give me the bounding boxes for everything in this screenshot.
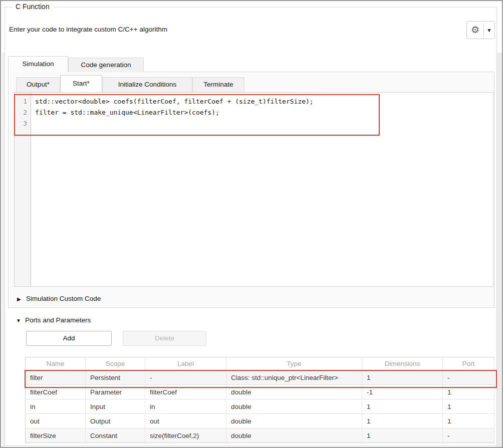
code-area[interactable]: std::vector<double> coefs(filterCoef, fi… <box>31 93 493 286</box>
table-row-filtercoef[interactable]: filterCoef Parameter filterCoef double -… <box>26 385 494 399</box>
line-number: 3 <box>15 118 31 129</box>
cell-type[interactable]: Class: std::unique_ptr<LinearFilter> <box>226 370 362 385</box>
cell-type[interactable]: double <box>226 399 362 414</box>
cell-dimensions[interactable]: 1 <box>362 399 443 414</box>
section-label: Ports and Parameters <box>25 316 91 324</box>
tab-output[interactable]: Output* <box>16 77 60 92</box>
cell-port[interactable]: 1 <box>443 385 494 399</box>
table-row-filtersize[interactable]: filterSize Constant size(filterCoef,2) d… <box>26 428 494 443</box>
cell-scope[interactable]: Output <box>86 414 145 428</box>
cell-name[interactable]: filterSize <box>26 428 86 443</box>
column-header-name[interactable]: Name <box>26 357 86 370</box>
delete-button[interactable]: Delete <box>123 331 206 346</box>
cell-type[interactable]: double <box>226 385 362 399</box>
column-header-port[interactable]: Port <box>443 357 494 370</box>
cell-name[interactable]: filter <box>26 370 86 385</box>
groupbox-title: C Function <box>12 3 53 11</box>
cell-port[interactable]: - <box>443 370 494 385</box>
gear-icon[interactable]: ⚙ <box>467 22 483 39</box>
cell-type[interactable]: double <box>226 414 362 428</box>
section-simulation-custom-code[interactable]: ▶Simulation Custom Code <box>17 295 101 302</box>
table-row-in[interactable]: in Input in double 1 1 <box>26 399 494 414</box>
code-editor[interactable]: 1 2 3 std::vector<double> coefs(filterCo… <box>14 92 493 287</box>
cell-dimensions[interactable]: 1 <box>362 414 443 428</box>
cell-label[interactable]: size(filterCoef,2) <box>145 428 226 443</box>
section-label: Simulation Custom Code <box>26 295 101 302</box>
cell-dimensions[interactable]: -1 <box>362 385 443 399</box>
cell-scope[interactable]: Input <box>86 399 145 414</box>
add-button[interactable]: Add <box>26 331 112 346</box>
cell-dimensions[interactable]: 1 <box>362 428 443 443</box>
line-number-gutter: 1 2 3 <box>15 93 31 286</box>
scrollbar-track[interactable] <box>496 53 503 448</box>
column-header-scope[interactable]: Scope <box>86 357 145 370</box>
line-number: 1 <box>15 96 31 107</box>
table-row-out[interactable]: out Output out double 1 1 <box>26 414 494 428</box>
cell-type[interactable]: double <box>226 428 362 443</box>
tab-initialize-conditions[interactable]: Initialize Conditions <box>102 77 192 92</box>
collapsed-arrow-icon[interactable]: ▶ <box>17 296 26 302</box>
cell-label[interactable]: out <box>145 414 226 428</box>
cell-scope[interactable]: Constant <box>86 428 145 443</box>
ports-table: Name Scope Label Type Dimensions Port fi… <box>25 357 494 443</box>
cell-label[interactable]: - <box>145 370 226 385</box>
cell-port[interactable]: 1 <box>443 414 494 428</box>
settings-split-button[interactable]: ⚙ ▼ <box>466 21 495 39</box>
table-header-row: Name Scope Label Type Dimensions Port <box>26 357 494 370</box>
section-ports-and-parameters[interactable]: ▼Ports and Parameters <box>16 316 91 324</box>
table-row-filter[interactable]: filter Persistent - Class: std::unique_p… <box>26 370 494 385</box>
dialog-description: Enter your code to integrate custom C/C+… <box>9 26 167 33</box>
cell-dimensions[interactable]: 1 <box>362 370 443 385</box>
chevron-down-icon[interactable]: ▼ <box>484 28 494 33</box>
code-line[interactable]: std::vector<double> coefs(filterCoef, fi… <box>35 96 493 107</box>
cell-scope[interactable]: Parameter <box>86 385 145 399</box>
cell-label[interactable]: filterCoef <box>145 385 226 399</box>
cell-name[interactable]: out <box>26 414 86 428</box>
tab-code-generation[interactable]: Code generation <box>68 58 144 72</box>
code-line[interactable]: filter = std::make_unique<LinearFilter>(… <box>35 107 493 118</box>
tab-terminate[interactable]: Terminate <box>192 77 244 92</box>
column-header-dimensions[interactable]: Dimensions <box>362 357 443 370</box>
expanded-arrow-icon[interactable]: ▼ <box>16 318 25 323</box>
c-function-dialog: C Function Enter your code to integrate … <box>0 0 503 448</box>
cell-label[interactable]: in <box>145 399 226 414</box>
line-number: 2 <box>15 107 31 118</box>
column-header-type[interactable]: Type <box>226 357 362 370</box>
tab-simulation[interactable]: Simulation <box>8 56 68 72</box>
column-header-label[interactable]: Label <box>145 357 226 370</box>
cell-port[interactable]: - <box>443 428 494 443</box>
cell-name[interactable]: filterCoef <box>26 385 86 399</box>
cell-name[interactable]: in <box>26 399 86 414</box>
cell-port[interactable]: 1 <box>443 399 494 414</box>
tab-start[interactable]: Start* <box>60 75 102 92</box>
cell-scope[interactable]: Persistent <box>86 370 145 385</box>
